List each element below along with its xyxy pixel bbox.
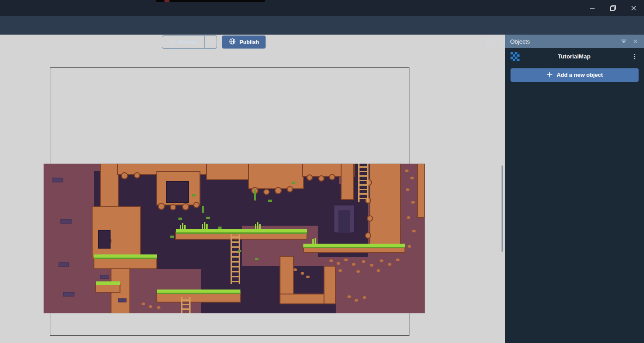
cube-3d-icon[interactable] — [484, 36, 496, 47]
add-object-button[interactable]: Add a new object — [511, 68, 639, 82]
close-icon — [629, 4, 638, 13]
preview-button[interactable]: Preview — [162, 36, 204, 48]
filter-icon[interactable] — [618, 36, 630, 47]
titlebar-red-chip — [164, 0, 169, 2]
publish-label: Publish — [240, 39, 259, 45]
add-object-label: Add a new object — [557, 72, 603, 78]
tilemap-instance[interactable] — [44, 164, 425, 313]
app-window: Preview Publish — [0, 0, 644, 343]
preview-dropdown-button[interactable] — [204, 36, 217, 48]
minimize-button[interactable] — [582, 0, 603, 16]
restore-button[interactable] — [603, 0, 623, 16]
tilemap-checker-icon — [511, 52, 520, 61]
play-icon — [168, 38, 175, 46]
window-controls — [582, 0, 644, 16]
object-name: TutorialMap — [520, 53, 629, 60]
minimize-icon — [588, 4, 597, 13]
restore-icon — [608, 4, 617, 13]
canvas-vertical-scrollbar[interactable] — [502, 165, 503, 252]
globe-icon — [229, 38, 236, 46]
object-list-item[interactable]: TutorialMap — [505, 49, 644, 63]
chevron-down-icon — [208, 38, 213, 46]
panel-close-icon[interactable] — [630, 36, 641, 47]
close-button[interactable] — [623, 0, 644, 16]
objects-panel: Objects — [505, 35, 644, 343]
titlebar — [0, 0, 644, 16]
objects-panel-title: Objects — [510, 38, 618, 45]
editor-toolbar: Preview Publish — [0, 16, 644, 35]
kebab-menu-icon[interactable] — [629, 51, 640, 62]
preview-label: Preview — [178, 39, 199, 45]
publish-button[interactable]: Publish — [222, 36, 266, 49]
objects-panel-header: Objects — [505, 35, 644, 48]
preview-split-button: Preview — [162, 36, 217, 49]
tilemap-art — [44, 164, 425, 313]
plus-icon — [546, 71, 553, 79]
titlebar-tab-strip — [156, 0, 265, 2]
